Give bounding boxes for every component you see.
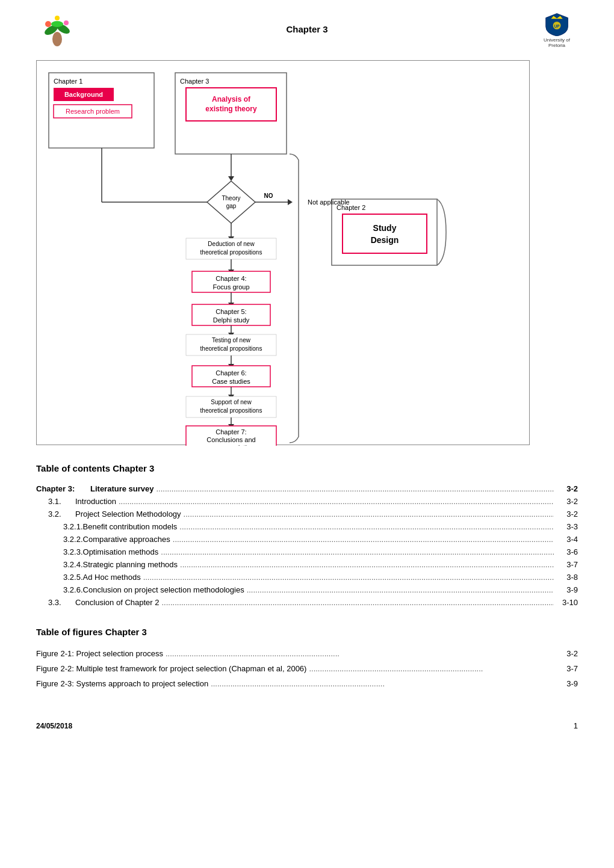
toc-num: 3.1.: [36, 497, 75, 506]
toc-entry: Chapter 3:Literature survey.............…: [36, 482, 578, 495]
svg-text:Background: Background: [64, 91, 103, 98]
svg-text:Focus group: Focus group: [212, 283, 249, 291]
figure-entry: Figure 2-2: Multiple test framework for …: [36, 661, 578, 676]
svg-text:Chapter 3: Chapter 3: [180, 78, 209, 85]
svg-marker-27: [228, 176, 234, 181]
toc-entry: 3.1.Introduction........................…: [36, 495, 578, 508]
flowchart-container: Chapter 1 Background Research problem Ch…: [36, 60, 530, 445]
header-title: Chapter 3: [286, 24, 327, 34]
toc-title-text: Ad Hoc methods: [83, 573, 141, 582]
svg-marker-28: [207, 181, 255, 223]
figure-title-text: Figure 2-1: Project selection process: [36, 649, 163, 658]
toc-title-text: Strategic planning methods: [83, 560, 178, 569]
toc-page: 3-10: [554, 598, 578, 607]
toc-title-text: Project Selection Methodology: [75, 509, 181, 519]
toc-entry: 3.2.3.Optimisation methods..............…: [36, 546, 578, 558]
svg-text:Support of new: Support of new: [211, 399, 252, 405]
svg-point-5: [64, 20, 69, 25]
svg-text:Not applicable: Not applicable: [308, 199, 350, 206]
toc-num: 3.2.6.: [36, 585, 83, 594]
toc-entries-container: Chapter 3:Literature survey.............…: [36, 482, 578, 609]
figure-dots: ........................................…: [306, 664, 554, 673]
figure-page: 3-7: [554, 664, 578, 673]
svg-text:theoretical propositions: theoretical propositions: [200, 345, 262, 352]
footer-page-number: 1: [574, 721, 578, 730]
toc-dots: ........................................…: [244, 585, 554, 594]
toc-entry: 3.2.2.Comparative approaches............…: [36, 533, 578, 546]
logo-left: [36, 12, 78, 48]
toc-title-text: Conclusion on project selection methodol…: [83, 585, 244, 594]
figure-dots: ........................................…: [208, 679, 554, 688]
toc-page: 3-2: [554, 497, 578, 506]
toc-page: 3-3: [554, 522, 578, 531]
toc-dots: ........................................…: [177, 522, 554, 531]
figure-dots: ........................................…: [163, 649, 554, 658]
toc-dots: ........................................…: [116, 497, 554, 506]
svg-text:UP: UP: [554, 24, 560, 28]
toc-page: 3-2: [554, 484, 578, 493]
toc-dots: ........................................…: [158, 547, 554, 556]
toc-page: 3-9: [554, 585, 578, 594]
toc-dots: ........................................…: [159, 598, 554, 607]
toc-dots: ........................................…: [181, 509, 554, 519]
toc-num: 3.2.2.: [36, 535, 83, 544]
page-footer: 24/05/2018 1: [36, 715, 578, 730]
svg-text:theoretical propositions: theoretical propositions: [200, 407, 262, 414]
svg-text:Case studies: Case studies: [212, 378, 250, 385]
figure-entry: Figure 2-3: Systems approach to project …: [36, 676, 578, 691]
svg-text:Chapter 5:: Chapter 5:: [216, 308, 246, 315]
flowchart-svg: Chapter 1 Background Research problem Ch…: [37, 61, 530, 446]
svg-text:Chapter 4:: Chapter 4:: [216, 275, 246, 282]
toc-entry: 3.2.1.Benefit contribution models.......…: [36, 520, 578, 533]
figures-title: Table of figures Chapter 3: [36, 627, 578, 637]
svg-text:Theory: Theory: [222, 195, 240, 202]
svg-text:Delphi study: Delphi study: [213, 316, 250, 324]
figures-entries-container: Figure 2-1: Project selection process...…: [36, 646, 578, 691]
logo-right: UP University of Pretoria: [536, 12, 578, 48]
svg-point-0: [52, 32, 62, 46]
svg-point-6: [55, 16, 60, 20]
toc-num: 3.2.4.: [36, 560, 83, 569]
toc-entry: 3.2.5.Ad Hoc methods....................…: [36, 571, 578, 583]
svg-text:gap: gap: [226, 203, 237, 209]
svg-text:theoretical propositions: theoretical propositions: [200, 249, 262, 256]
svg-text:existing theory: existing theory: [205, 105, 257, 113]
svg-text:NO: NO: [264, 192, 273, 199]
toc-dots: ........................................…: [178, 560, 554, 569]
toc-num: 3.2.5.: [36, 573, 83, 582]
toc-num: 3.2.3.: [36, 547, 83, 556]
figure-page: 3-2: [554, 649, 578, 658]
figure-title-text: Figure 2-3: Systems approach to project …: [36, 679, 208, 688]
toc-title-text: Benefit contribution models: [83, 522, 178, 531]
svg-text:Chapter 1: Chapter 1: [54, 78, 82, 85]
university-label: University of Pretoria: [536, 37, 578, 48]
svg-text:Chapter 6:: Chapter 6:: [216, 369, 246, 377]
toc-entry: 3.2.Project Selection Methodology.......…: [36, 508, 578, 520]
figure-entry: Figure 2-1: Project selection process...…: [36, 646, 578, 661]
svg-point-4: [45, 21, 51, 27]
page-header: Chapter 3 UP University of Pretoria: [36, 12, 578, 48]
footer-date: 24/05/2018: [36, 722, 72, 730]
svg-text:Chapter 7:: Chapter 7:: [216, 428, 246, 436]
toc-title-text: Optimisation methods: [83, 547, 159, 556]
figure-page: 3-9: [554, 679, 578, 688]
toc-dots: ........................................…: [141, 573, 554, 582]
toc-num: 3.2.: [36, 509, 75, 519]
svg-text:Study: Study: [373, 223, 397, 233]
svg-text:Conclusions and: Conclusions and: [206, 436, 255, 443]
toc-entry: 3.2.4.Strategic planning methods........…: [36, 558, 578, 571]
toc-num: 3.2.1.: [36, 522, 83, 531]
toc-page: 3-8: [554, 573, 578, 582]
toc-entry: 3.3.Conclusion of Chapter 2.............…: [36, 596, 578, 609]
svg-text:Research problem: Research problem: [66, 108, 120, 115]
toc-title-text: Literature survey: [90, 484, 154, 493]
toc-dots: ........................................…: [154, 484, 554, 493]
figure-title-text: Figure 2-2: Multiple test framework for …: [36, 664, 306, 673]
svg-rect-23: [343, 214, 427, 253]
toc-page: 3-7: [554, 560, 578, 569]
svg-text:recommendations: recommendations: [205, 444, 258, 446]
toc-entry: 3.2.6.Conclusion on project selection me…: [36, 583, 578, 596]
figures-section: Table of figures Chapter 3 Figure 2-1: P…: [36, 627, 578, 691]
toc-page: 3-6: [554, 547, 578, 556]
svg-text:Deduction of new: Deduction of new: [208, 241, 255, 247]
